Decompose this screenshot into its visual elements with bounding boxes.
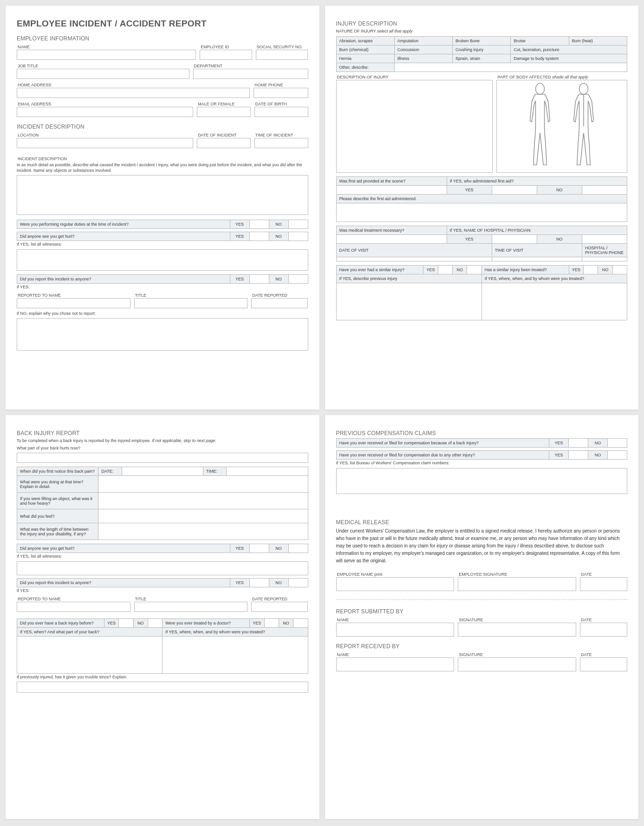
input-homephone[interactable] (254, 88, 308, 98)
page-2: INJURY DESCRIPTION NATURE OF INJURY sele… (325, 6, 639, 410)
input-empid[interactable] (200, 50, 252, 60)
body-back-icon (565, 82, 602, 170)
report-title: EMPLOYEE INCIDENT / ACCIDENT REPORT (17, 19, 308, 29)
input-ifno-explain[interactable] (17, 318, 308, 351)
input-firstaid-desc[interactable] (336, 203, 627, 221)
divider (336, 599, 628, 600)
table-questions-1: Were you performing regular duties at th… (17, 220, 308, 229)
label-dob: DATE OF BIRTH (254, 101, 308, 107)
label-witnesses: If YES, list all witnesses: (17, 242, 308, 247)
input-location[interactable] (17, 138, 193, 148)
input-dob[interactable] (254, 107, 308, 117)
svg-point-0 (536, 83, 545, 94)
page-3: BACK INJURY REPORT To be completed when … (6, 415, 319, 819)
table-nature: Abrasion, scrapes Amputation Broken Bone… (336, 36, 628, 72)
input-homeaddr[interactable] (17, 88, 250, 98)
label-homeaddr: HOME ADDRESS (17, 82, 250, 88)
label-email: EMAIL ADDRESS (17, 101, 193, 107)
section-back: BACK INJURY REPORT (17, 430, 308, 436)
q-regular-duties: Were you performing regular duties at th… (17, 220, 230, 229)
section-injury-desc: INJURY DESCRIPTION (336, 20, 628, 27)
section-submitted: REPORT SUBMITTED BY (336, 608, 628, 615)
check-yes[interactable] (249, 220, 269, 229)
input-reported-to[interactable] (17, 298, 130, 308)
label-dateinc: DATE OF INCIDENT (197, 132, 251, 138)
cell-no[interactable]: NO (269, 220, 288, 229)
table-questions-3: Did you report this incident to anyone? … (17, 274, 308, 284)
input-title[interactable] (134, 298, 248, 308)
release-text: Under current Workers' Compensation Law,… (336, 527, 628, 565)
label-homephone: HOME PHONE (254, 82, 308, 88)
input-desc-injury[interactable] (336, 80, 493, 173)
page-1: EMPLOYEE INCIDENT / ACCIDENT REPORT EMPL… (6, 6, 319, 410)
body-front-icon (521, 82, 559, 170)
table-back-history: Did you ever have a back injury before? … (17, 618, 308, 674)
section-medrelease: MEDICAL RELEASE (336, 519, 628, 526)
label-timeinc: TIME OF INCIDENT (254, 132, 308, 138)
section-incident: INCIDENT DESCRIPTION (17, 124, 308, 130)
input-sig-date[interactable] (580, 577, 627, 591)
input-name[interactable] (17, 50, 196, 60)
input-mf[interactable] (197, 107, 251, 117)
input-timeinc[interactable] (254, 138, 308, 148)
page-grid: EMPLOYEE INCIDENT / ACCIDENT REPORT EMPL… (0, 0, 644, 825)
section-prev-comp: PREVIOUS COMPENSATION CLAIMS (336, 430, 628, 436)
label-jobtitle: JOB TITLE (17, 63, 189, 69)
if-no-explain: If NO, explain why you chose not to repo… (17, 311, 308, 317)
body-diagram[interactable] (496, 80, 627, 173)
svg-point-1 (579, 83, 588, 94)
input-claim-numbers[interactable] (336, 468, 628, 494)
input-witnesses[interactable] (17, 249, 308, 271)
q-seen-hurt: Did anyone see you get hurt? (17, 232, 230, 241)
input-dateinc[interactable] (197, 138, 251, 148)
cell-yes[interactable]: YES (230, 220, 249, 229)
section-emp-info: EMPLOYEE INFORMATION (17, 35, 308, 42)
q-reported: Did you report this incident to anyone? (17, 275, 230, 284)
input-back-part[interactable] (17, 453, 308, 463)
incident-help-text: In as much detail as possible, describe … (17, 163, 308, 173)
if-yes: If YES: (17, 285, 308, 290)
table-similar: Have you ever had a similar injury? YES … (336, 265, 628, 320)
label-name: NAME (17, 44, 196, 50)
input-emp-name-print[interactable] (336, 577, 455, 591)
table-questions-2: Did anyone see you get hurt? YES NO (17, 232, 308, 241)
label-incidentdesc: INCIDENT DESCRIPTION (17, 156, 308, 162)
label-location: LOCATION (17, 132, 193, 138)
check-no[interactable] (288, 220, 308, 229)
input-jobtitle[interactable] (17, 69, 189, 79)
body-figure-icon (499, 82, 625, 170)
label-dept: DEPARTMENT (193, 63, 308, 69)
input-dept[interactable] (193, 69, 308, 79)
label-ssn: SOCIAL SECURITY NO. (256, 44, 308, 50)
label-mf: MALE OR FEMALE (197, 101, 251, 107)
input-email[interactable] (17, 107, 193, 117)
table-medtreat: Was medical treatment necessary? If YES,… (336, 226, 628, 261)
label-empid: EMPLOYEE ID (200, 44, 252, 50)
input-emp-sig[interactable] (458, 577, 576, 591)
table-back: When did you first notice this back pain… (17, 467, 308, 540)
input-date-reported[interactable] (251, 298, 308, 308)
table-firstaid: Was first aid provided at the scene? If … (336, 176, 628, 222)
input-ssn[interactable] (256, 50, 308, 60)
input-incident-desc[interactable] (17, 175, 308, 215)
section-received: REPORT RECEIVED BY (336, 643, 628, 650)
page-4: PREVIOUS COMPENSATION CLAIMS Have you ev… (325, 415, 639, 819)
